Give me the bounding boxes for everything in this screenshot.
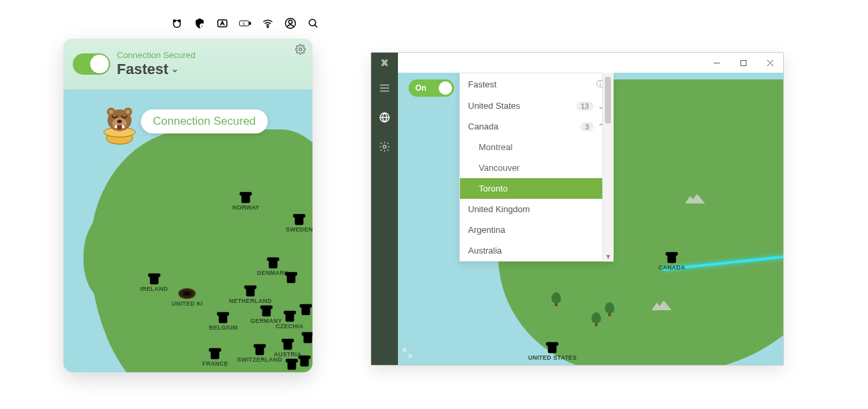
svg-text:i: i — [202, 24, 202, 28]
svg-point-11 — [309, 19, 316, 26]
location-item[interactable]: United States13⌄ — [460, 95, 612, 116]
location-item[interactable]: Canada3⌃ — [460, 116, 612, 137]
map[interactable]: Connection Secured NORWAYSWEDENIRELANDUN… — [63, 89, 312, 372]
titlebar — [371, 53, 783, 73]
sidebar — [371, 73, 398, 365]
status-label: Connection Secured — [117, 51, 196, 61]
country-pin[interactable]: IRELAND — [140, 271, 168, 292]
mascot: Connection Secured — [95, 97, 268, 145]
country-pin[interactable] — [300, 330, 312, 344]
svg-rect-7 — [249, 22, 250, 25]
svg-point-26 — [383, 145, 387, 149]
search-menubar-icon[interactable] — [306, 17, 320, 30]
svg-point-10 — [288, 20, 292, 23]
country-pin[interactable] — [298, 302, 312, 316]
location-item[interactable]: Vancouver — [460, 157, 612, 178]
location-item[interactable]: Fastestⓘ — [460, 73, 612, 95]
location-item[interactable]: Montreal — [460, 137, 612, 157]
location-item[interactable]: Australia — [460, 240, 612, 261]
location-item[interactable]: Toronto — [460, 178, 612, 199]
status-bubble: Connection Secured — [141, 109, 268, 133]
svg-rect-22 — [115, 125, 118, 128]
country-pin[interactable]: FRANCE — [202, 346, 228, 367]
settings-icon[interactable] — [379, 141, 391, 155]
window-maximize[interactable] — [730, 53, 756, 73]
window-close[interactable] — [756, 53, 783, 73]
svg-point-19 — [126, 109, 130, 113]
country-pin[interactable]: NORWAY — [232, 189, 260, 211]
expand-icon[interactable] — [402, 348, 413, 361]
connection-toggle[interactable] — [73, 53, 110, 75]
country-pin[interactable] — [284, 270, 298, 284]
location-panel: FastestⓘUnited States13⌄Canada3⌃Montreal… — [459, 73, 613, 262]
svg-point-18 — [109, 109, 113, 113]
svg-point-2 — [178, 20, 180, 22]
location-selector[interactable]: Fastest⌄ — [117, 61, 196, 77]
country-pin[interactable]: UNITED KI — [172, 288, 203, 307]
chevron-down-icon: ⌄ — [171, 63, 179, 74]
svg-rect-24 — [740, 60, 746, 65]
menu-icon[interactable] — [379, 82, 391, 97]
scroll-thumb[interactable] — [605, 77, 611, 123]
country-pin[interactable]: SWEDEN — [286, 212, 312, 233]
input-menubar-icon[interactable] — [216, 17, 229, 30]
wifi-menubar-icon[interactable] — [261, 17, 274, 30]
svg-point-1 — [174, 20, 176, 22]
app-logo — [371, 53, 398, 73]
location-item[interactable]: United Kingdom — [460, 199, 612, 220]
connection-toggle[interactable]: On — [409, 79, 454, 97]
country-pin[interactable]: CANADA — [658, 250, 685, 271]
svg-rect-6 — [240, 21, 249, 26]
country-pin[interactable]: NETHERLAND — [229, 283, 272, 304]
location-item[interactable]: Argentina — [460, 220, 612, 240]
vpn-app-mac: Connection Secured Fastest⌄ — [63, 39, 312, 372]
mac-menubar: i — [170, 17, 320, 30]
globe-icon[interactable] — [379, 111, 391, 126]
svg-point-8 — [267, 26, 268, 27]
app-header: Connection Secured Fastest⌄ — [63, 39, 312, 89]
country-pin[interactable]: BELGIUM — [209, 310, 238, 331]
user-menubar-icon[interactable] — [284, 17, 297, 30]
map-right[interactable]: CANADAUNITED STATES On FastestⓘUnited St… — [398, 73, 783, 365]
scroll-down-icon[interactable]: ▼ — [603, 251, 614, 262]
svg-rect-23 — [122, 125, 125, 128]
country-pin[interactable]: UNITED STATES — [528, 340, 577, 361]
country-pin[interactable] — [297, 353, 312, 368]
scrollbar[interactable]: ▲ ▼ — [602, 73, 614, 262]
vpn-app-windows: CANADAUNITED STATES On FastestⓘUnited St… — [371, 52, 784, 366]
vpn-menubar-icon[interactable] — [170, 17, 184, 30]
malware-menubar-icon[interactable]: i — [193, 17, 206, 30]
battery-menubar-icon[interactable] — [238, 17, 252, 30]
window-minimize[interactable] — [703, 53, 730, 73]
svg-point-12 — [299, 48, 302, 51]
gear-icon[interactable] — [295, 44, 306, 57]
svg-point-21 — [117, 119, 122, 123]
